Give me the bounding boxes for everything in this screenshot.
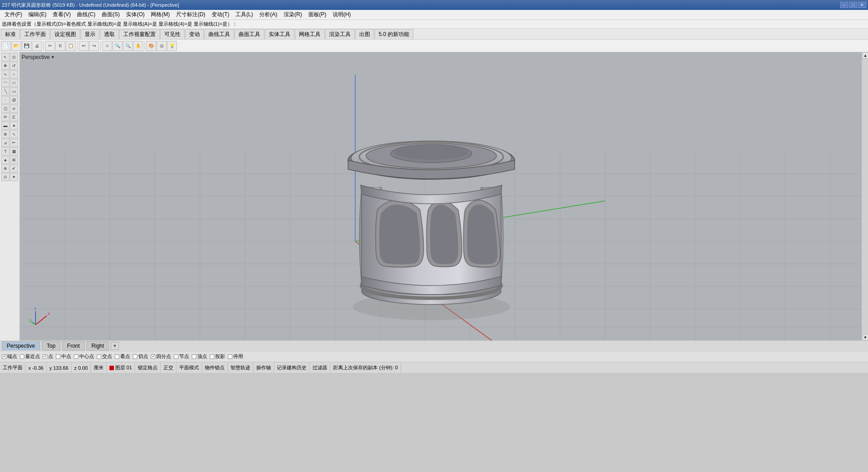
surface-btn[interactable]: ◫ [1,104,9,113]
snap-checkbox-交点[interactable] [97,354,101,359]
mesh-btn[interactable]: ▲ [1,156,9,164]
box-btn[interactable]: ▬ [1,122,9,130]
snap-item-中点[interactable]: 中点 [56,353,71,360]
snap-item-投影[interactable]: 投影 [210,353,225,360]
tab-[interactable]: 曲线工具 [204,29,234,39]
menu-item-d[interactable]: 尺寸标注(D) [173,10,208,19]
tab-front[interactable]: Front [62,341,85,350]
curve-btn[interactable]: ∿ [1,70,9,78]
menu-item-f[interactable]: 文件(F) [2,10,25,19]
tab-[interactable]: 工作视窗配置 [119,29,160,39]
snap-item-端点[interactable]: 端点 [2,353,17,360]
tab-[interactable]: 标准 [1,29,20,39]
move-btn[interactable]: ⊕ [1,130,9,138]
open-button[interactable]: 📂 [11,41,21,51]
material-button[interactable]: ◎ [157,41,167,51]
arc-btn[interactable]: ◠ [1,79,9,87]
snap-item-节点[interactable]: 节点 [174,353,189,360]
tab-[interactable]: 设定视图 [50,29,80,39]
sphere-btn[interactable]: ● [10,122,18,130]
snap-checkbox-停用[interactable] [228,354,232,359]
tab-[interactable]: 透取 [100,29,119,39]
snap-item-停用[interactable]: 停用 [228,353,243,360]
cut-button[interactable]: ✂ [45,41,55,51]
snap-checkbox-中点[interactable] [56,354,60,359]
select-button[interactable]: ⊹ [102,41,112,51]
menu-item-v[interactable]: 查看(V) [50,10,73,19]
misc2-btn[interactable]: ✔ [10,164,18,172]
snap-checkbox-中心点[interactable] [74,354,78,359]
tab-add-button[interactable]: + [111,342,119,350]
paste-button[interactable]: 📋 [66,41,76,51]
tab-perspective[interactable]: Perspective [2,341,40,350]
menu-item-e[interactable]: 编辑(E) [26,10,49,19]
pan-view-btn[interactable]: ✥ [1,62,9,70]
maximize-button[interactable]: □ [849,2,857,8]
menu-item-s[interactable]: 曲面(S) [99,10,122,19]
menu-item-m[interactable]: 网格(M) [148,10,172,19]
tab-[interactable]: 可见性 [160,29,185,39]
viewport[interactable]: Perspective ▼ [20,52,862,340]
new-button[interactable]: 📄 [1,41,11,51]
menu-item-r[interactable]: 渲染(R) [281,10,305,19]
snap-checkbox-点[interactable] [43,354,47,359]
right-scrollbar[interactable]: ▲ ▼ [862,52,868,340]
snap1-btn[interactable]: ⊙ [1,173,9,181]
pan-button[interactable]: ✋ [133,41,143,51]
zoom-in-button[interactable]: 🔍 [113,41,122,51]
snap-checkbox-端点[interactable] [2,354,6,359]
tab-[interactable]: 出图 [355,29,374,39]
menu-item-o[interactable]: 实体(O) [123,10,147,19]
scroll-up-button[interactable]: ▲ [862,52,868,59]
text-btn[interactable]: T [1,147,9,155]
snap2-btn[interactable]: ✦ [10,173,18,181]
tab-[interactable]: 曲面工具 [235,29,264,39]
zoom-out-button[interactable]: 🔍 [123,41,133,51]
snap-item-中心点[interactable]: 中心点 [74,353,94,360]
close-button[interactable]: ✕ [858,2,866,8]
snap-item-最近点[interactable]: 最近点 [20,353,40,360]
revolve-btn[interactable]: ⟳ [1,113,9,121]
menu-item-p[interactable]: 面板(P) [306,10,329,19]
snap-item-点[interactable]: 点 [43,353,53,360]
snap-checkbox-节点[interactable] [174,354,178,359]
snap-checkbox-最近点[interactable] [20,354,24,359]
rotate-view-btn[interactable]: ↺ [10,62,18,70]
tab-[interactable]: 5.0 的新功能 [375,29,413,39]
copy-button[interactable]: ⎘ [55,41,65,51]
render-button[interactable]: 🎨 [146,41,156,51]
menu-item-t[interactable]: 变动(T) [209,10,232,19]
scale-btn[interactable]: ⤡ [10,130,18,138]
viewport-dropdown-icon[interactable]: ▼ [51,55,55,59]
snap-checkbox-顶点[interactable] [192,354,196,359]
ellipse-btn[interactable]: ⬭ [10,79,18,87]
line-btn[interactable]: ╲ [1,87,9,95]
sweep-btn[interactable]: ⊏ [10,113,18,121]
undo-button[interactable]: ↩ [79,41,89,51]
tab-right[interactable]: Right [86,341,109,350]
tab-[interactable]: 网格工具 [295,29,325,39]
tab-[interactable]: 显示 [81,29,99,39]
snap-checkbox-四分点[interactable] [151,354,155,359]
light-button[interactable]: 💡 [167,41,177,51]
snap-item-看点[interactable]: 看点 [115,353,130,360]
select-tool-btn[interactable]: ↖ [1,53,9,61]
loft-btn[interactable]: ⧈ [10,104,18,113]
tab-top[interactable]: Top [42,341,60,350]
point-btn[interactable]: · [1,96,9,104]
tab-[interactable]: 渲染工具 [325,29,355,39]
menu-item-c[interactable]: 曲线(C) [74,10,98,19]
snap-checkbox-投影[interactable] [210,354,214,359]
scroll-down-button[interactable]: ▼ [862,334,868,340]
menu-item-h[interactable]: 说明(H) [330,10,354,19]
snap-item-切点[interactable]: 切点 [133,353,148,360]
hatch-btn[interactable]: ▦ [10,147,18,155]
snap-item-顶点[interactable]: 顶点 [192,353,207,360]
redo-button[interactable]: ↪ [89,41,99,51]
save-button[interactable]: 💾 [22,41,32,51]
tab-[interactable]: 变动 [185,29,204,39]
menu-item-a[interactable]: 分析(A) [257,10,280,19]
analysis-btn[interactable]: ⊿ [1,139,9,147]
nurbs-btn[interactable]: ⊞ [10,156,18,164]
misc1-btn[interactable]: ⊗ [1,164,9,172]
